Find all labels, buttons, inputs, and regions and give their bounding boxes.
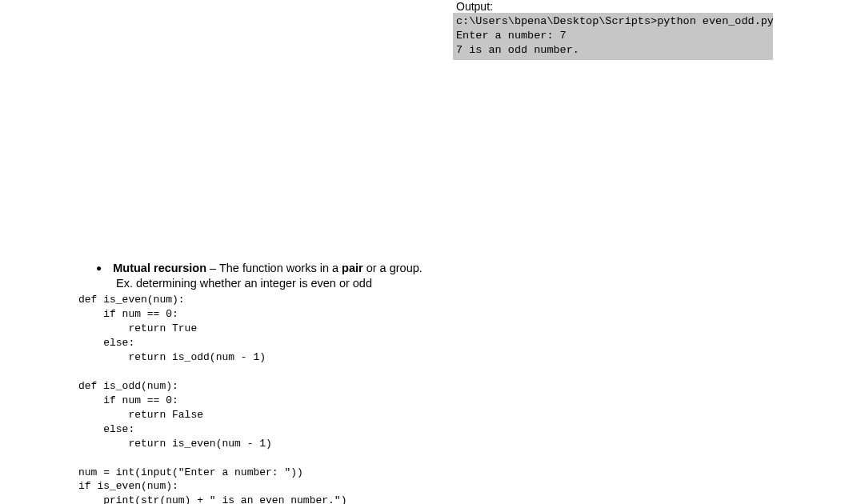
bullet-item: ● Mutual recursion – The function works … [78,260,495,276]
terminal-line: 7 is an odd number. [456,44,579,56]
bullet-def-part2: or a group. [363,262,422,274]
bullet-dot-icon: ● [96,262,102,274]
bullet-text: Mutual recursion – The function works in… [113,260,422,276]
output-section: Output: c:\Users\bpena\Desktop\Scripts>p… [453,0,773,60]
code-block: def is_even(num): if num == 0: return Tr… [78,293,495,504]
output-terminal: c:\Users\bpena\Desktop\Scripts>python ev… [453,13,773,60]
output-label: Output: [453,0,773,13]
terminal-line: c:\Users\bpena\Desktop\Scripts>python ev… [456,15,774,27]
bullet-pair: pair [342,262,363,274]
terminal-line: Enter a number: 7 [456,30,567,42]
bullet-dash: – [206,262,219,274]
bullet-term: Mutual recursion [113,262,206,274]
bullet-def-part1: The function works in a [219,262,342,274]
example-text: Ex. determining whether an integer is ev… [116,277,495,290]
content-section: ● Mutual recursion – The function works … [78,260,495,504]
